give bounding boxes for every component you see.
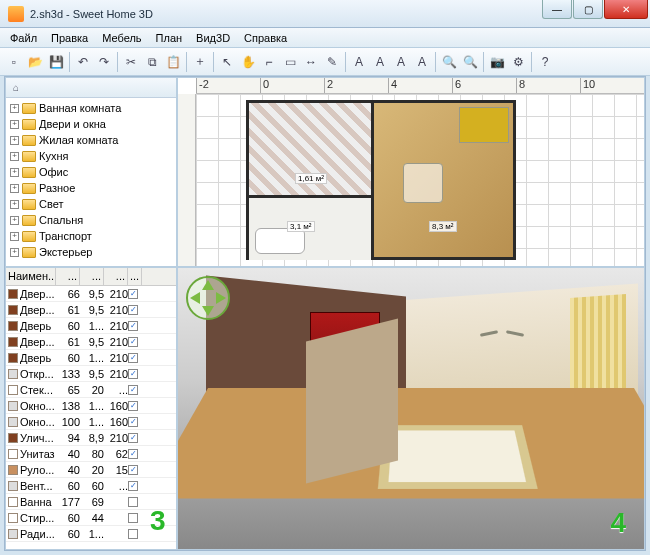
furniture-row[interactable]: Улич...948,9210✓ [6, 430, 176, 446]
catalog-item[interactable]: +Ванная комната [10, 100, 172, 116]
catalog-item[interactable]: +Экстерьер [10, 244, 172, 260]
compass-up-icon[interactable] [202, 274, 214, 290]
visible-checkbox[interactable]: ✓ [128, 465, 138, 475]
furniture-row[interactable]: Вент...6060...✓ [6, 478, 176, 494]
furniture-row[interactable]: Руло...402015✓ [6, 462, 176, 478]
catalog-item[interactable]: +Двери и окна [10, 116, 172, 132]
minimize-button[interactable]: — [542, 0, 572, 19]
col-visible[interactable]: ... [128, 268, 142, 285]
catalog-item[interactable]: +Разное [10, 180, 172, 196]
settings-icon[interactable]: ⚙ [508, 52, 528, 72]
furniture-row[interactable]: Окно...1381...160✓ [6, 398, 176, 414]
select-icon[interactable]: ↖ [217, 52, 237, 72]
furniture-list-header[interactable]: Наимен... ... ... ... ... [6, 268, 176, 286]
undo-icon[interactable]: ↶ [73, 52, 93, 72]
text-icon[interactable]: ✎ [322, 52, 342, 72]
expander-icon[interactable]: + [10, 152, 19, 161]
expander-icon[interactable]: + [10, 232, 19, 241]
furniture-row[interactable]: Унитаз408062✓ [6, 446, 176, 462]
col-width[interactable]: ... [56, 268, 80, 285]
visible-checkbox[interactable] [128, 529, 138, 539]
furniture-row[interactable]: Откр...1339,5210✓ [6, 366, 176, 382]
help-icon[interactable]: ? [535, 52, 555, 72]
furniture-row[interactable]: Двер...619,5210✓ [6, 302, 176, 318]
catalog-item[interactable]: +Спальня [10, 212, 172, 228]
catalog-item[interactable]: +Свет [10, 196, 172, 212]
bold-icon[interactable]: A [391, 52, 411, 72]
new-icon[interactable]: ▫ [4, 52, 24, 72]
cut-icon[interactable]: ✂ [121, 52, 141, 72]
menu-справка[interactable]: Справка [238, 30, 293, 46]
col-height[interactable]: ... [104, 268, 128, 285]
pan-icon[interactable]: ✋ [238, 52, 258, 72]
expander-icon[interactable]: + [10, 168, 19, 177]
visible-checkbox[interactable]: ✓ [128, 337, 138, 347]
visible-checkbox[interactable]: ✓ [128, 289, 138, 299]
paste-icon[interactable]: 📋 [163, 52, 183, 72]
menu-вид3d[interactable]: Вид3D [190, 30, 236, 46]
menu-план[interactable]: План [150, 30, 189, 46]
wall-icon[interactable]: ⌐ [259, 52, 279, 72]
catalog-item[interactable]: +Кухня [10, 148, 172, 164]
expander-icon[interactable]: + [10, 136, 19, 145]
col-depth[interactable]: ... [80, 268, 104, 285]
folder-icon [22, 231, 36, 242]
menu-файл[interactable]: Файл [4, 30, 43, 46]
visible-checkbox[interactable]: ✓ [128, 385, 138, 395]
furniture-row[interactable]: Окно...1001...160✓ [6, 414, 176, 430]
visible-checkbox[interactable]: ✓ [128, 369, 138, 379]
room-icon[interactable]: ▭ [280, 52, 300, 72]
visible-checkbox[interactable]: ✓ [128, 321, 138, 331]
catalog-item[interactable]: +Транспорт [10, 228, 172, 244]
text-bigger-icon[interactable]: A [349, 52, 369, 72]
expander-icon[interactable]: + [10, 200, 19, 209]
catalog-tree[interactable]: +Ванная комната+Двери и окна+Жилая комна… [6, 98, 176, 262]
compass-left-icon[interactable] [184, 292, 200, 304]
expander-icon[interactable]: + [10, 184, 19, 193]
visible-checkbox[interactable]: ✓ [128, 305, 138, 315]
add-furniture-icon[interactable]: ＋ [190, 52, 210, 72]
visible-checkbox[interactable]: ✓ [128, 481, 138, 491]
compass-right-icon[interactable] [216, 292, 232, 304]
open-icon[interactable]: 📂 [25, 52, 45, 72]
compass-down-icon[interactable] [202, 306, 214, 322]
text-smaller-icon[interactable]: A [370, 52, 390, 72]
photo-icon[interactable]: 📷 [487, 52, 507, 72]
visible-checkbox[interactable]: ✓ [128, 449, 138, 459]
zoom-out-icon[interactable]: 🔍 [460, 52, 480, 72]
furniture-block [403, 163, 443, 203]
plan-canvas[interactable]: 1,61 м² 8,3 м² 3,1 м² [196, 94, 644, 266]
copy-icon[interactable]: ⧉ [142, 52, 162, 72]
furniture-row[interactable]: Двер...669,5210✓ [6, 286, 176, 302]
redo-icon[interactable]: ↷ [94, 52, 114, 72]
visible-checkbox[interactable]: ✓ [128, 353, 138, 363]
furniture-row[interactable]: Стек...6520...✓ [6, 382, 176, 398]
catalog-item[interactable]: +Офис [10, 164, 172, 180]
maximize-button[interactable]: ▢ [573, 0, 603, 19]
catalog-item[interactable]: +Жилая комната [10, 132, 172, 148]
expander-icon[interactable]: + [10, 216, 19, 225]
col-name[interactable]: Наимен... [6, 268, 56, 285]
nav-compass[interactable] [186, 276, 230, 320]
visible-checkbox[interactable] [128, 513, 138, 523]
furniture-row[interactable]: Дверь601...210✓ [6, 318, 176, 334]
menu-правка[interactable]: Правка [45, 30, 94, 46]
furniture-row[interactable]: Двер...619,5210✓ [6, 334, 176, 350]
plan-panel[interactable]: -20246810 1,61 м² 8,3 м² 3,1 м² 2 [177, 77, 645, 267]
expander-icon[interactable]: + [10, 104, 19, 113]
visible-checkbox[interactable]: ✓ [128, 401, 138, 411]
expander-icon[interactable]: + [10, 248, 19, 257]
visible-checkbox[interactable]: ✓ [128, 417, 138, 427]
visible-checkbox[interactable] [128, 497, 138, 507]
save-icon[interactable]: 💾 [46, 52, 66, 72]
dimension-icon[interactable]: ↔ [301, 52, 321, 72]
zoom-in-icon[interactable]: 🔍 [439, 52, 459, 72]
close-button[interactable]: ✕ [604, 0, 648, 19]
italic-icon[interactable]: A [412, 52, 432, 72]
visible-checkbox[interactable]: ✓ [128, 433, 138, 443]
view3d-panel[interactable]: 4 [177, 267, 645, 550]
expander-icon[interactable]: + [10, 120, 19, 129]
menu-мебель[interactable]: Мебель [96, 30, 147, 46]
furniture-row[interactable]: Дверь601...210✓ [6, 350, 176, 366]
catalog-home-icon[interactable]: ⌂ [8, 80, 24, 96]
